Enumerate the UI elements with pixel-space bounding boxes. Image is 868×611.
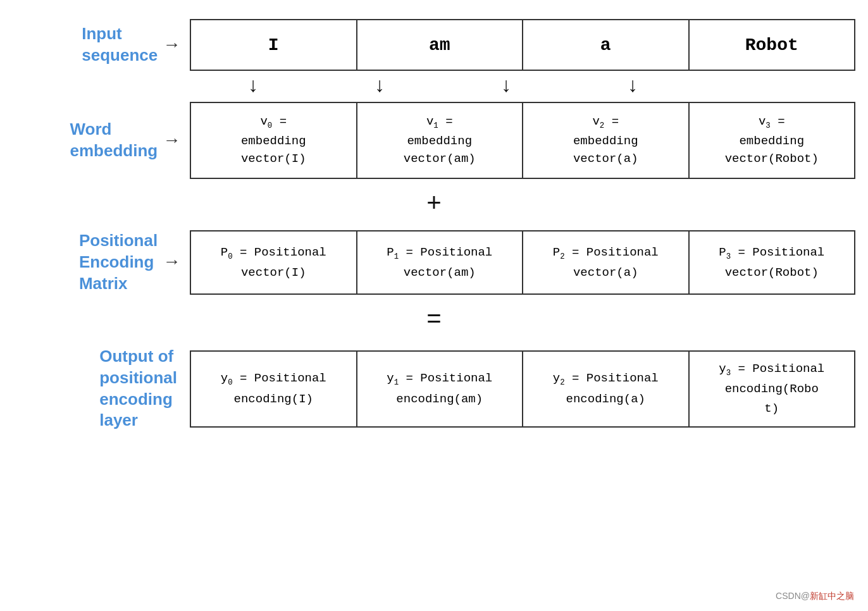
output-table: y0 = Positionalencoding(I) y1 = Position… [190,350,855,428]
positional-label-area: PositionalEncodingMatrix → [13,230,190,294]
output-cell-3: y3 = Positionalencoding(Robot) [689,351,855,427]
positional-arrow: → [166,252,177,272]
embedding-cell-0: v0 =embeddingvector(I) [190,102,357,178]
word-embedding-label-area: Wordembedding → [13,119,190,162]
input-label-area: Inputsequence → [13,23,190,66]
positional-cell-0: P0 = Positionalvector(I) [190,231,357,294]
output-row: Output ofpositionalencodinglayer y0 = Po… [13,346,855,431]
down-arrows-1: ↓ ↓ ↓ ↓ [190,71,855,102]
output-label: Output ofpositionalencodinglayer [99,346,177,431]
output-cell-0: y0 = Positionalencoding(I) [190,351,357,427]
positional-cell-1: P1 = Positionalvector(am) [357,231,523,294]
input-cell-0: I [190,20,357,70]
positional-cell-3: P3 = Positionalvector(Robot) [689,231,855,294]
input-table: I am a Robot [190,19,855,71]
embedding-cell-3: v3 =embeddingvector(Robot) [689,102,855,178]
watermark-highlight: 新缸中之脑 [810,591,854,601]
word-embedding-table: v0 =embeddingvector(I) v1 =embeddingvect… [190,102,855,179]
input-sequence-label: Inputsequence [82,23,158,66]
word-embedding-arrow: → [166,131,177,151]
word-embedding-label: Wordembedding [70,119,158,162]
embedding-cell-2: v2 =embeddingvector(a) [523,102,689,178]
positional-encoding-row: PositionalEncodingMatrix → P0 = Position… [13,230,855,295]
input-cell-2: a [523,20,689,70]
equals-operator: = [13,295,855,346]
plus-operator: + [13,179,855,230]
output-cell-2: y2 = Positionalencoding(a) [523,351,689,427]
positional-cell-2: P2 = Positionalvector(a) [523,231,689,294]
embedding-cell-1: v1 =embeddingvector(am) [357,102,523,178]
input-cell-1: am [357,20,523,70]
positional-label: PositionalEncodingMatrix [79,230,158,294]
output-label-area: Output ofpositionalencodinglayer [13,346,190,431]
input-cell-3: Robot [689,20,855,70]
down-arrow-0: ↓ [190,71,316,102]
diagram-container: Inputsequence → I am a Robot ↓ ↓ ↓ ↓ Wor… [0,0,868,611]
input-sequence-row: Inputsequence → I am a Robot [13,19,855,71]
input-arrow: → [166,35,177,55]
down-arrow-1: ↓ [316,71,443,102]
positional-table: P0 = Positionalvector(I) P1 = Positional… [190,230,855,295]
word-embedding-row: Wordembedding → v0 =embeddingvector(I) v… [13,102,855,179]
watermark: CSDN@新缸中之脑 [776,591,854,602]
down-arrow-2: ↓ [443,71,569,102]
down-arrow-3: ↓ [569,71,696,102]
output-cell-1: y1 = Positionalencoding(am) [357,351,523,427]
